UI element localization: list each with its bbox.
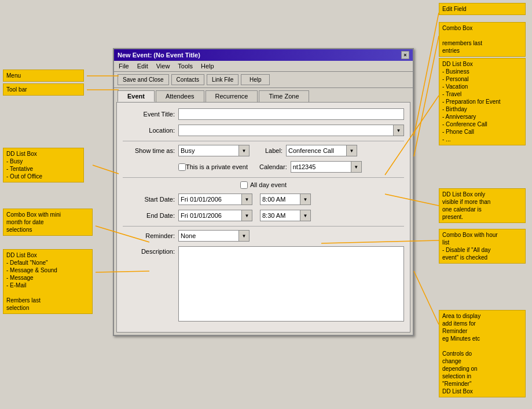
label-dropdown-btn[interactable]: ▼ <box>347 145 357 156</box>
start-date-label: Start Date: <box>123 196 175 203</box>
annotation-combo-box: Combo Box remembers last entries <box>439 22 526 57</box>
all-day-row: All day event <box>123 181 404 189</box>
description-row: Description: <box>123 246 404 322</box>
calendar-label: Calendar: <box>259 163 287 170</box>
event-title-row: Event Title: <box>123 108 404 120</box>
show-time-input[interactable] <box>178 145 239 156</box>
start-time-input[interactable] <box>260 193 300 205</box>
location-input[interactable] <box>178 125 394 136</box>
annotation-ddlist-reminder: DD List Box - Default "None" - Message &… <box>3 249 93 314</box>
annotation-ddlist-categories: DD List Box - Business - Personal - Vaca… <box>439 58 526 145</box>
private-label: This is a private event <box>186 163 248 170</box>
menu-help[interactable]: Help <box>200 62 215 70</box>
tab-timezone[interactable]: Time Zone <box>259 90 309 102</box>
description-label: Description: <box>123 248 175 255</box>
annotation-combo-hour: Combo Box with hour list - Disable if "A… <box>439 229 526 264</box>
label-input[interactable] <box>286 145 347 156</box>
start-date-row: Start Date: ▼ ▼ <box>123 193 404 205</box>
menu-tools[interactable]: Tools <box>177 62 194 70</box>
help-button[interactable]: Help <box>241 74 270 85</box>
annotation-menu: Menu <box>3 70 84 82</box>
tabs: Event Attendees Recurrence Time Zone <box>114 88 413 102</box>
private-calendar-row: This is a private event Calendar: ▼ <box>123 161 404 173</box>
annotation-ddlist-busy: DD List Box - Busy - Tentative - Out of … <box>3 148 84 182</box>
reminder-dropdown-btn[interactable]: ▼ <box>239 230 250 242</box>
end-date-label: End Date: <box>123 212 175 219</box>
dialog-titlebar: New Event: (No Event Title) × <box>114 49 413 61</box>
event-title-label: Event Title: <box>123 111 175 118</box>
calendar-dropdown-btn[interactable]: ▼ <box>351 161 362 173</box>
label-label: Label: <box>265 147 282 154</box>
new-event-dialog: New Event: (No Event Title) × File Edit … <box>113 48 414 336</box>
menu-edit[interactable]: Edit <box>136 62 149 70</box>
dialog-body: Event Title: Location: ▼ Show time as: ▼… <box>116 102 410 333</box>
location-dropdown-btn[interactable]: ▼ <box>394 125 404 136</box>
event-title-input[interactable] <box>178 108 404 120</box>
showtime-label-row: Show time as: ▼ Label: ▼ <box>123 145 404 156</box>
end-time-input[interactable] <box>260 210 300 221</box>
annotation-ddlist-calendar: DD List Box only visible if more than on… <box>439 188 526 223</box>
annotation-edit-field: Edit Field <box>439 3 526 15</box>
show-time-dropdown-btn[interactable]: ▼ <box>239 145 250 156</box>
menubar: File Edit View Tools Help <box>114 61 413 72</box>
annotation-combobox-mini: Combo Box with mini month for date selec… <box>3 209 93 236</box>
svg-line-6 <box>414 36 439 156</box>
all-day-checkbox[interactable] <box>240 181 248 189</box>
svg-line-10 <box>414 271 439 324</box>
svg-line-5 <box>414 13 439 136</box>
tab-event[interactable]: Event <box>118 90 155 102</box>
tab-attendees[interactable]: Attendees <box>156 90 204 102</box>
toolbar: Save and Close Contacts Link File Help <box>114 72 413 88</box>
dialog-title: New Event: (No Event Title) <box>118 52 200 59</box>
description-textarea[interactable] <box>178 246 404 322</box>
link-file-button[interactable]: Link File <box>207 74 239 85</box>
start-date-dropdown-btn[interactable]: ▼ <box>242 193 252 205</box>
calendar-input[interactable] <box>291 161 351 173</box>
tab-recurrence[interactable]: Recurrence <box>206 90 258 102</box>
annotation-toolbar: Tool bar <box>3 83 84 96</box>
all-day-label: All day event <box>250 181 287 189</box>
contacts-button[interactable]: Contacts <box>171 74 204 85</box>
location-row: Location: ▼ <box>123 125 404 136</box>
end-date-input[interactable] <box>178 210 242 221</box>
end-time-dropdown-btn[interactable]: ▼ <box>300 210 311 221</box>
location-label: Location: <box>123 127 175 134</box>
reminder-input[interactable] <box>178 230 239 242</box>
reminder-label: Reminder: <box>123 232 175 239</box>
end-date-dropdown-btn[interactable]: ▼ <box>242 210 252 221</box>
private-checkbox[interactable] <box>178 163 186 171</box>
menu-view[interactable]: View <box>155 62 171 70</box>
close-button[interactable]: × <box>401 51 409 59</box>
start-time-dropdown-btn[interactable]: ▼ <box>300 193 311 205</box>
annotation-area-reminder: Area to display add items for Reminder e… <box>439 310 526 397</box>
menu-file[interactable]: File <box>118 62 130 70</box>
show-time-label: Show time as: <box>123 147 175 154</box>
end-date-row: End Date: ▼ ▼ <box>123 210 404 221</box>
start-date-input[interactable] <box>178 193 242 205</box>
save-close-button[interactable]: Save and Close <box>118 74 169 85</box>
reminder-row: Reminder: ▼ <box>123 230 404 242</box>
